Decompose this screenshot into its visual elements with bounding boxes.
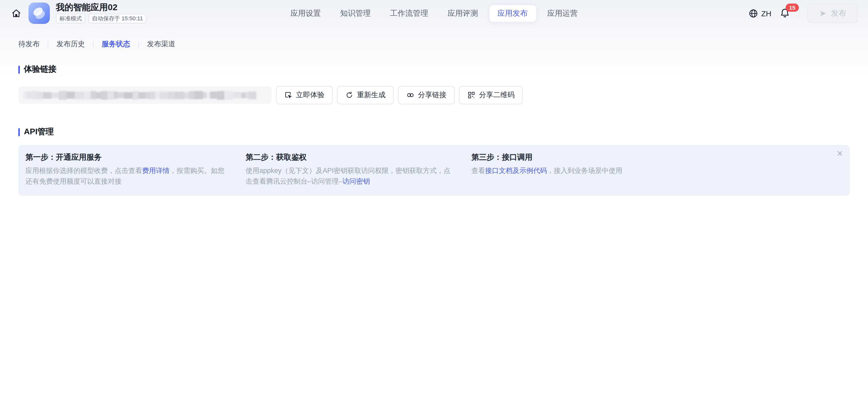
tab-publish[interactable]: 应用发布: [489, 5, 536, 22]
globe-icon: [748, 8, 758, 18]
api-docs-link[interactable]: 接口文档及示例代码: [485, 167, 547, 174]
api-step-2: 第二步：获取鉴权 使用appkey（见下文）及API密钥获取访问权限，密钥获取方…: [246, 153, 471, 187]
section-accent-bar: [18, 128, 20, 136]
section-accent-bar: [18, 65, 20, 74]
access-key-link[interactable]: 访问密钥: [342, 178, 370, 185]
app-logo: [29, 3, 50, 24]
step-desc: 使用appkey（见下文）及API密钥获取访问权限，密钥获取方式，点击查看腾讯云…: [246, 166, 471, 187]
top-bar-right: ZH 15 发布: [748, 4, 858, 23]
api-step-3: 第三步：接口调用 查看接口文档及示例代码，接入到业务场景中使用: [471, 153, 827, 187]
step-title: 第二步：获取鉴权: [246, 153, 471, 162]
api-steps-panel: 第一步：开通应用服务 应用根据你选择的模型收费，点击查看费用详情，按需购买。如您…: [18, 145, 850, 196]
subtab-pending[interactable]: 待发布: [18, 40, 40, 49]
subtab-divider: [138, 41, 139, 48]
tab-workflow[interactable]: 工作流管理: [382, 5, 436, 22]
notification-badge: 15: [786, 4, 799, 12]
app-badges: 标准模式 自动保存于 15:50:11: [56, 14, 147, 24]
tab-knowledge[interactable]: 知识管理: [332, 5, 379, 22]
subtab-service-status[interactable]: 服务状态: [102, 40, 130, 49]
home-icon: [11, 8, 21, 18]
share-link-button[interactable]: 分享链接: [398, 86, 455, 104]
step-desc: 应用根据你选择的模型收费，点击查看费用详情，按需购买。如您还有免费使用额度可以直…: [25, 166, 246, 187]
step-desc: 查看接口文档及示例代码，接入到业务场景中使用: [471, 166, 827, 177]
try-now-label: 立即体验: [296, 91, 324, 100]
subtab-divider: [48, 41, 48, 48]
publish-button[interactable]: 发布: [807, 4, 858, 23]
section-title-text: 体验链接: [24, 64, 57, 75]
experience-row: 立即体验 重新生成 分享链接 分享二维码: [18, 86, 850, 104]
step-text: 应用根据你选择的模型收费，点击查看: [25, 167, 142, 174]
share-qrcode-label: 分享二维码: [479, 91, 515, 100]
autosave-badge: 自动保存于 15:50:11: [89, 14, 147, 24]
top-bar: 我的智能应用02 标准模式 自动保存于 15:50:11 应用设置 知识管理 工…: [0, 0, 868, 26]
subtab-divider: [93, 41, 94, 48]
publish-label: 发布: [831, 8, 846, 18]
tab-operations[interactable]: 应用运营: [539, 5, 586, 22]
publish-subtabs: 待发布 发布历史 服务状态 发布渠道: [0, 26, 868, 49]
api-step-1: 第一步：开通应用服务 应用根据你选择的模型收费，点击查看费用详情，按需购买。如您…: [25, 153, 246, 187]
language-label: ZH: [761, 9, 771, 18]
share-link-label: 分享链接: [418, 91, 446, 100]
app-title-block: 我的智能应用02 标准模式 自动保存于 15:50:11: [56, 3, 147, 23]
regenerate-button[interactable]: 重新生成: [337, 86, 394, 104]
experience-section-title: 体验链接: [18, 64, 850, 75]
cursor-click-icon: [284, 91, 292, 99]
regenerate-label: 重新生成: [357, 91, 385, 100]
main-content: 体验链接 立即体验 重新生成: [0, 64, 868, 206]
fee-details-link[interactable]: 费用详情: [142, 167, 169, 174]
subtab-channels[interactable]: 发布渠道: [147, 40, 176, 49]
app-title: 我的智能应用02: [56, 3, 147, 12]
refresh-icon: [345, 91, 353, 99]
top-bar-left: 我的智能应用02 标准模式 自动保存于 15:50:11: [10, 3, 204, 24]
subtab-history[interactable]: 发布历史: [57, 40, 85, 49]
notifications-button[interactable]: 15: [779, 8, 791, 19]
main-nav: 应用设置 知识管理 工作流管理 应用评测 应用发布 应用运营: [282, 0, 586, 26]
link-icon: [406, 91, 414, 99]
step-title: 第三步：接口调用: [471, 153, 827, 162]
home-button[interactable]: [10, 7, 22, 19]
experience-url-field: [18, 86, 272, 104]
api-section-title: API管理: [18, 127, 850, 137]
step-text: 查看: [471, 167, 485, 174]
tab-evaluation[interactable]: 应用评测: [439, 5, 486, 22]
share-qrcode-button[interactable]: 分享二维码: [459, 86, 523, 104]
tab-app-settings[interactable]: 应用设置: [282, 5, 329, 22]
try-now-button[interactable]: 立即体验: [276, 86, 333, 104]
step-text: ，接入到业务场景中使用: [547, 167, 622, 174]
qrcode-icon: [467, 91, 475, 99]
language-switch[interactable]: ZH: [748, 8, 771, 18]
mode-badge: 标准模式: [56, 14, 86, 24]
send-icon: [819, 9, 827, 17]
app-page: 我的智能应用02 标准模式 自动保存于 15:50:11 应用设置 知识管理 工…: [0, 0, 868, 206]
section-title-text: API管理: [24, 127, 54, 137]
redacted-url: [23, 91, 267, 100]
close-icon[interactable]: ✕: [837, 150, 843, 157]
step-title: 第一步：开通应用服务: [25, 153, 246, 162]
header-divider: [799, 8, 799, 18]
